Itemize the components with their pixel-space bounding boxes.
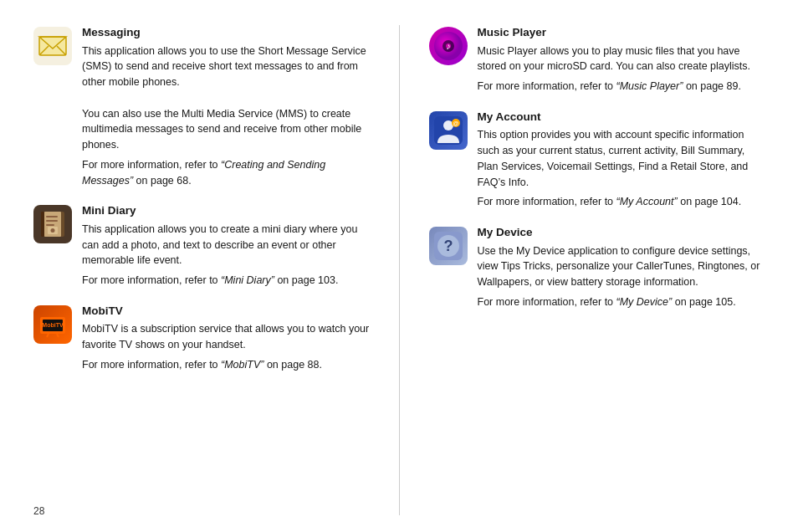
left-column: Messaging This application allows you to… [33,25,370,515]
my-account-entry: @ My Account This option provides you wi… [429,110,765,210]
svg-text:?: ? [443,238,453,254]
svg-rect-7 [46,220,58,222]
messaging-body: This application allows you to use the S… [82,43,370,153]
my-device-title: My Device [478,225,765,240]
svg-line-15 [57,334,59,337]
mobitv-content: MobiTV MobiTV is a subscription service … [82,304,370,373]
svg-rect-9 [41,212,44,237]
my-device-entry: ? My Device Use the My Device applicatio… [429,225,765,310]
svg-rect-6 [46,216,58,217]
messaging-entry: Messaging This application allows you to… [33,25,370,188]
mobitv-icon: MobiTV [33,305,72,344]
right-column: ♪ Music Player Music Player allows you t… [429,25,765,515]
page-number: 28 [33,505,44,517]
music-player-title: Music Player [478,25,765,40]
messaging-title: Messaging [82,25,370,40]
music-player-entry: ♪ Music Player Music Player allows you t… [429,25,765,95]
my-account-content: My Account This option provides you with… [478,110,765,210]
svg-text:MobiTV: MobiTV [42,322,64,328]
svg-text:@: @ [453,120,458,126]
my-account-ref: For more information, refer to “My Accou… [478,194,765,210]
mobitv-entry: MobiTV MobiTV MobiTV is a subscription s… [33,304,370,373]
messaging-content: Messaging This application allows you to… [82,25,370,188]
my-device-body: Use the My Device application to configu… [478,243,765,290]
svg-text:♪: ♪ [446,41,451,51]
music-player-content: Music Player Music Player allows you to … [478,25,765,95]
mobitv-ref: For more information, refer to “MobiTV” … [82,357,370,373]
mini-diary-icon [33,205,72,243]
svg-point-11 [51,228,55,233]
my-device-ref: For more information, refer to “My Devic… [478,294,765,310]
column-divider [399,25,400,515]
mobitv-title: MobiTV [82,304,370,319]
svg-line-14 [47,334,49,337]
my-device-icon: ? [429,227,468,265]
my-account-icon: @ [429,111,468,150]
mini-diary-title: Mini Diary [82,203,370,218]
mini-diary-content: Mini Diary This application allows you t… [82,203,370,289]
music-player-ref: For more information, refer to “Music Pl… [478,79,765,95]
my-account-body: This option provides you with account sp… [478,127,765,190]
mobitv-body: MobiTV is a subscription service that al… [82,321,370,353]
page-content: Messaging This application allows you to… [0,0,798,532]
messaging-ref: For more information, refer to “Creating… [82,157,370,189]
mini-diary-body: This application allows you to create a … [82,222,370,269]
music-player-icon: ♪ [429,27,468,65]
svg-rect-8 [46,224,54,226]
my-account-title: My Account [478,110,765,125]
mini-diary-entry: Mini Diary This application allows you t… [33,203,370,289]
messaging-icon [33,27,72,65]
music-player-body: Music Player allows you to play music fi… [478,43,765,75]
my-device-content: My Device Use the My Device application … [478,225,765,310]
mini-diary-ref: For more information, refer to “Mini Dia… [82,273,370,289]
